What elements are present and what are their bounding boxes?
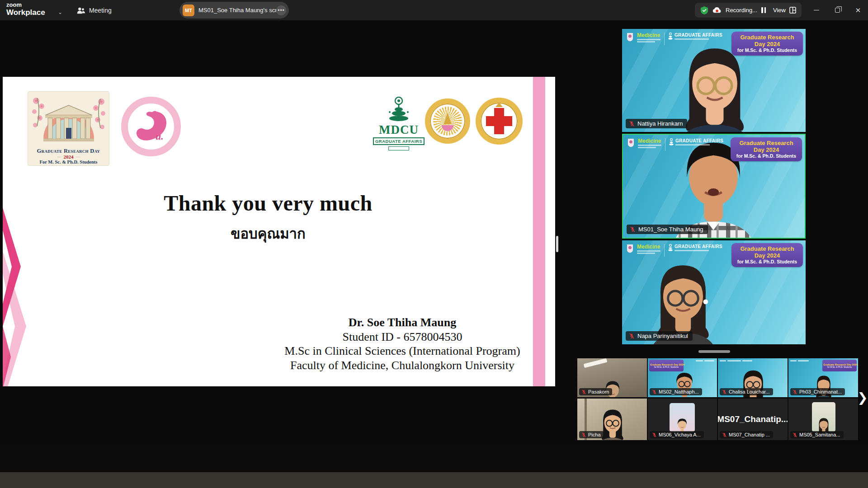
view-label: View [773, 7, 786, 14]
strip-tile-ms06[interactable]: MS06_Vichaya A... [648, 399, 717, 440]
tab-screen-share[interactable]: MT MS01_Soe Thiha Maung's screen ••• [179, 2, 289, 19]
video-tile-napa[interactable]: Medicine GRADUATE AFFAIRS Graduate Resea… [622, 240, 806, 344]
muted-mic-icon [722, 432, 727, 437]
strip-tile-ms07[interactable]: MS07_Chanatip... MS07_Chanatip ... [718, 399, 788, 440]
strip-tile-ph03[interactable]: Graduate Research Day 2024for M.Sc. & Ph… [788, 358, 858, 397]
meeting-toolbar: Audio ⌃ Video ⌃ 34 [0, 445, 868, 472]
virtual-bg-logos: Medicine GRADUATE AFFAIRS [627, 138, 723, 151]
filmstrip-next-page-chevron[interactable]: ❯ [857, 388, 868, 408]
participant-name: MS06_Vichaya A... [659, 432, 701, 437]
filmstrip-drag-handle[interactable] [698, 350, 730, 353]
event-banner-line1: Graduate Research Day 2024 [734, 245, 800, 259]
virtual-bg-logos-mini [696, 360, 714, 361]
event-banner-line2: for M.Sc. & Ph.D. Students [734, 47, 800, 53]
graduate-research-day-logo: Graduate Research Day 2024 For M. Sc. & … [28, 91, 109, 166]
participant-name: Picha [588, 432, 601, 437]
mdcu-pagoda-icon [384, 97, 413, 121]
minimize-button[interactable] [807, 0, 826, 20]
meeting-tab-label: Meeting [89, 7, 112, 14]
participant-name-label: Chalisa Louichar... [720, 388, 773, 395]
screen-share-tab-label: MS01_Soe Thiha Maung's screen [198, 7, 276, 14]
muted-mic-icon [630, 226, 636, 232]
slide-title: Thank you very much [3, 191, 533, 216]
screen-share-avatar: MT [183, 5, 194, 16]
virtual-bg-logos: Medicine GRADUATE AFFAIRS [627, 33, 722, 45]
mdcu-acronym: MDCU [372, 124, 426, 136]
video-tile-ms01-active-speaker[interactable]: Medicine GRADUATE AFFAIRS Graduate Resea… [622, 134, 806, 239]
participant-name-label: Picha [579, 431, 604, 438]
virtual-bg-logos-mini [720, 360, 752, 361]
graduate-affairs-label: GRADUATE AFFAIRS [675, 244, 722, 249]
people-icon [77, 7, 85, 14]
muted-mic-icon [629, 333, 635, 339]
strip-tile-chalisa[interactable]: Chalisa Louichar... [718, 358, 788, 397]
muted-mic-icon [793, 389, 797, 394]
brand-workplace: Workplace [6, 9, 45, 16]
tab-more-options-icon[interactable]: ••• [276, 5, 286, 15]
participant-name-label: MS07_Chanatip ... [720, 431, 773, 438]
zoom-meeting-window: zoom Workplace ⌄ Meeting MT MS01_Soe Thi… [0, 0, 868, 488]
event-banner-line1: Graduate Research Day 2024 [734, 34, 800, 47]
slide-credits: Dr. Soe Thiha Maung Student ID - 6578004… [271, 315, 533, 372]
credit-program: M.Sc in Clinical Sciences (International… [271, 344, 533, 358]
participant-name-label: MS06_Vichaya A... [650, 431, 704, 438]
window-titlebar: zoom Workplace ⌄ Meeting MT MS01_Soe Thi… [0, 0, 868, 20]
workspace-chevron-down-icon[interactable]: ⌄ [58, 9, 62, 15]
participant-name: MS02_Natthaph... [659, 389, 699, 394]
panel-resize-handle[interactable] [556, 236, 558, 252]
pause-recording-button[interactable] [761, 7, 766, 13]
muted-mic-icon [652, 389, 657, 394]
profile-photo [812, 402, 835, 432]
security-shield-icon[interactable] [700, 6, 708, 15]
participant-name: Ph03_Chinmanat... [799, 389, 842, 394]
medicine-logo-label: Medicine [637, 244, 660, 249]
strip-tile-ms02[interactable]: Graduate Research Day 2024for M.Sc. & Ph… [648, 358, 717, 397]
strip-tile-ms05[interactable]: MS05_Samitana... [788, 399, 858, 440]
participant-name-label: Ph03_Chinmanat... [790, 388, 845, 395]
event-banner-line2: for M.Sc. & Ph.D. Students [823, 366, 856, 368]
event-banner-line2: for M.Sc. & Ph.D. Students [734, 259, 800, 265]
strip-tile-picha[interactable]: Picha [577, 399, 647, 440]
view-button[interactable]: View [768, 3, 802, 18]
recording-label: Recording... [726, 7, 757, 14]
event-banner-line2: for M.Sc. & Ph.D. Students [733, 153, 799, 159]
event-banner-line1: Graduate Research Day 2024 [733, 140, 799, 153]
shared-screen-slide: Graduate Research Day 2024 For M. Sc. & … [3, 77, 555, 386]
participant-name: MS07_Chanatip ... [729, 432, 770, 437]
graduate-affairs-label: GRADUATE AFFAIRS [675, 138, 723, 143]
video-tile-nattiya[interactable]: Medicine GRADUATE AFFAIRS Graduate Resea… [622, 29, 806, 132]
zoom-workplace-logo: zoom Workplace [6, 2, 45, 16]
virtual-bg-logos: Medicine GRADUATE AFFAIRS [627, 244, 722, 257]
mdcu-graduate-affairs-logo: MDCU GRADUATE AFFAIRS [372, 97, 426, 150]
participant-name-label: Napa Parinyanitikul [626, 331, 693, 341]
credit-name: Dr. Soe Thiha Maung [271, 315, 533, 330]
mdcu-banner: GRADUATE AFFAIRS [373, 137, 425, 145]
virtual-bg-logos-mini [790, 360, 809, 361]
medicine-logo-label: Medicine [637, 33, 660, 38]
profile-photo [670, 403, 695, 432]
event-banner: Graduate Research Day 2024 for M.Sc. & P… [731, 137, 802, 161]
participant-name: Pasakorn [588, 389, 609, 394]
king-chulalongkorn-hospital-seal [476, 98, 523, 145]
graduate-affairs-label: GRADUATE AFFAIRS [675, 33, 722, 38]
restore-button[interactable] [828, 0, 846, 20]
ceiling-light [584, 358, 608, 368]
grd-logo-year: 2024 [28, 155, 109, 160]
slide-pink-bar [533, 77, 545, 386]
slide-thai-subtitle: ขอบคุณมาก [3, 222, 533, 245]
participant-name-label: MS02_Natthaph... [650, 388, 702, 395]
cloud-recording-icon [712, 7, 722, 14]
grd-logo-title: Graduate Research Day [28, 148, 109, 155]
medicine-crest-icon [627, 244, 633, 253]
graduate-affairs-icon [669, 138, 674, 145]
chula-faculty-medicine-seal [425, 99, 470, 144]
muted-mic-icon [581, 389, 586, 394]
event-banner-line2: for M.Sc. & Ph.D. Students [650, 366, 683, 368]
brand-zoom: zoom [6, 2, 45, 8]
participant-name-label: Pasakorn [579, 388, 612, 395]
tab-meeting[interactable]: Meeting [73, 4, 115, 17]
close-button[interactable]: ✕ [849, 0, 867, 20]
strip-tile-pasakorn[interactable]: Pasakorn [577, 358, 647, 397]
medicine-logo-label: Medicine [638, 138, 661, 144]
muted-mic-icon [629, 121, 635, 127]
